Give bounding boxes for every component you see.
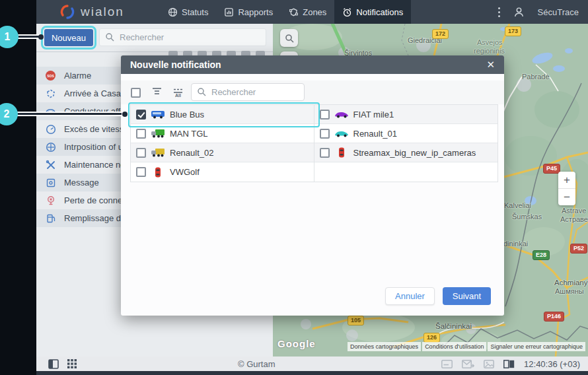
callout-dot-2 (122, 112, 128, 117)
map-label: Šumskas (512, 213, 542, 221)
top-navigation-bar: wialon Statuts Rapports (36, 0, 588, 24)
fuel-icon (45, 213, 56, 224)
map-search-button[interactable] (280, 29, 298, 47)
unit-row-man-tgl[interactable]: MAN TGL (131, 124, 314, 143)
brand-name: wialon (81, 5, 124, 19)
unit-checkbox[interactable] (136, 148, 146, 158)
car-top-red-icon (334, 147, 349, 158)
zoom-in-button[interactable]: + (558, 172, 575, 189)
nav-label: Statuts (182, 7, 208, 17)
next-button[interactable]: Suivant (443, 287, 491, 305)
unit-checkbox[interactable] (320, 129, 330, 139)
mail-send-icon[interactable] (462, 360, 474, 368)
apps-grid-icon[interactable] (67, 359, 77, 368)
new-notification-button[interactable]: Nouveau (44, 29, 93, 46)
geofence-icon (289, 7, 299, 17)
kebab-menu-icon[interactable] (498, 7, 500, 17)
split-view-icon[interactable] (503, 360, 515, 368)
unit-row-renault-01[interactable]: Renault_01 (314, 124, 498, 143)
unit-row-fiat-mile1[interactable]: FIAT mile1 (314, 105, 498, 124)
sportscar-side-teal-icon (334, 128, 349, 139)
annotation-strip (0, 0, 36, 375)
geofence-entry-icon (45, 88, 56, 99)
show-all-list-icon[interactable]: All (173, 88, 183, 97)
unit-name: Streamax_big_new_ip_cameras (353, 148, 476, 158)
map-label: dininkai (503, 240, 528, 248)
unit-list-icon[interactable] (152, 86, 162, 98)
road-badge: E28 (533, 250, 550, 260)
unit-row-empty (314, 162, 498, 182)
messages-icon[interactable] (441, 360, 453, 368)
notification-label: Remplissage de (64, 213, 126, 223)
unit-checkbox[interactable] (136, 129, 146, 139)
road-badge: P146 (544, 312, 564, 322)
speedometer-icon (45, 123, 56, 135)
dialog-title: Nouvelle notification (130, 59, 221, 70)
callout-number: 2 (4, 108, 10, 120)
unit-list-toolbar: All (121, 81, 504, 104)
wialon-logo-icon (59, 4, 75, 20)
road-badge: P52 (570, 244, 587, 254)
unit-checkbox[interactable] (136, 167, 146, 177)
unit-name: Renault_01 (353, 129, 398, 139)
map-label: Šalčininkai (435, 322, 472, 330)
current-user-name[interactable]: SécuTrace (538, 7, 579, 17)
unit-row-streamax[interactable]: Streamax_big_new_ip_cameras (314, 143, 498, 162)
truck-side-yellow-icon (151, 147, 165, 158)
unit-checkbox[interactable] (320, 148, 330, 158)
map-label: Astrave (562, 207, 586, 215)
notification-label: Alarme (64, 71, 91, 81)
nav-zones[interactable]: Zones (281, 0, 334, 24)
topbar-right: SécuTrace (498, 7, 588, 18)
notification-label: Maintenance not (64, 160, 128, 170)
callout-line-2 (17, 112, 122, 116)
user-icon[interactable] (513, 7, 525, 18)
google-logo: Google (277, 338, 316, 349)
search-icon (285, 34, 294, 43)
sim-swap-icon (45, 141, 56, 153)
attribution-terms[interactable]: Conditions d'utilisation (422, 342, 486, 351)
map-label: Pabradė (522, 73, 550, 81)
unit-row-vwgolf[interactable]: VWGolf (131, 162, 314, 182)
map-zoom-control: + − (558, 172, 575, 205)
unit-row-renault-02[interactable]: Renault_02 (131, 143, 314, 162)
nav-statuts[interactable]: Statuts (160, 0, 216, 24)
road-badge: 105 (348, 316, 364, 325)
sidebar-search-input[interactable] (99, 28, 266, 46)
nav-label: Notifications (356, 7, 403, 17)
road-badge: 173 (505, 26, 521, 36)
nav-notifications[interactable]: Notifications (334, 0, 411, 24)
unit-search-input[interactable] (191, 83, 305, 101)
close-icon[interactable]: ✕ (486, 59, 495, 71)
map-label: Asvejos (477, 38, 503, 46)
globe-icon (168, 7, 178, 17)
select-all-checkbox[interactable] (131, 88, 141, 98)
attribution-report[interactable]: Signaler une erreur cartographique (488, 342, 585, 351)
unit-checkbox[interactable] (320, 110, 330, 119)
unit-row-blue-bus[interactable]: Blue Bus (131, 105, 314, 124)
nav-rapports[interactable]: Rapports (216, 0, 281, 24)
message-icon (45, 177, 56, 188)
unit-checkbox[interactable] (136, 110, 146, 119)
truck-side-green-icon (151, 128, 165, 139)
report-icon (224, 7, 234, 17)
maintenance-icon (45, 159, 56, 170)
bottom-divider (36, 371, 588, 375)
unit-list: Blue Bus MAN TGL Renault_02 (130, 104, 498, 182)
unit-name: VWGolf (170, 167, 200, 177)
connection-lost-icon (45, 195, 56, 206)
callout-line-1 (18, 34, 40, 39)
attribution-data[interactable]: Données cartographiques (348, 342, 421, 351)
media-icon[interactable] (484, 360, 494, 368)
wialon-app: Giedraičiai Širvintos Asvejos regioninis… (0, 0, 588, 375)
unit-column-left: Blue Bus MAN TGL Renault_02 (131, 105, 314, 182)
notification-label: Perte de connexi (64, 195, 129, 205)
panel-toolbar: Nouveau (36, 24, 273, 52)
road-badge: 172 (432, 29, 449, 39)
notification-label: Message (64, 178, 99, 188)
unit-name: Renault_02 (170, 148, 214, 158)
layout-panel-icon[interactable] (48, 359, 59, 369)
zoom-out-button[interactable]: − (558, 189, 575, 205)
cancel-button[interactable]: Annuler (385, 287, 435, 305)
sidebar-search (99, 28, 266, 46)
